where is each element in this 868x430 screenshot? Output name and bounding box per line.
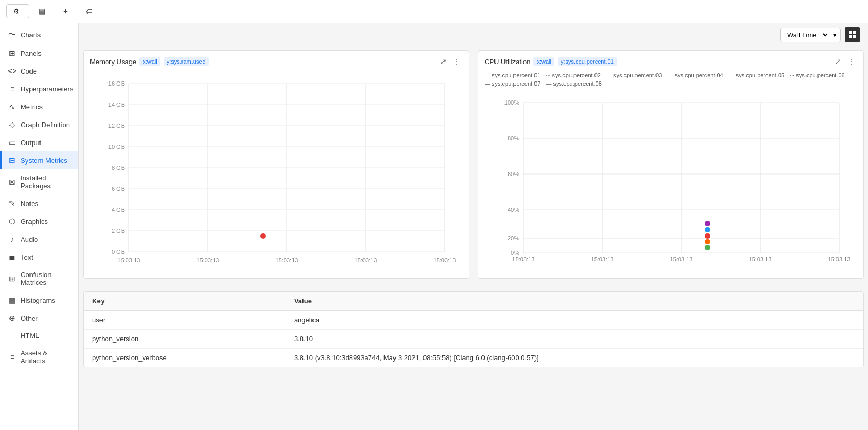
reproduce-icon: ⚙ xyxy=(13,7,19,15)
table-col-value: Value xyxy=(286,292,863,311)
svg-text:16 GB: 16 GB xyxy=(108,80,125,87)
legend-item-6: ··· sys.cpu.percent.06 xyxy=(790,72,845,78)
memory-usage-svg: 16 GB 14 GB 12 GB 10 GB 8 GB 6 GB 4 GB 2… xyxy=(88,74,465,274)
sidebar-item-label: Charts xyxy=(21,31,41,39)
svg-text:10 GB: 10 GB xyxy=(108,144,125,150)
sidebar-item-panels[interactable]: ⊞ Panels xyxy=(0,44,78,62)
xaxis-select[interactable]: Wall Time Step Epoch xyxy=(781,28,830,42)
tag-button[interactable]: 🏷 xyxy=(80,5,100,18)
sidebar-item-hyperparameters[interactable]: ≡ Hyperparameters xyxy=(0,80,78,98)
table-cell-value: 3.8.10 (v3.8.10:3d8993a744, May 3 2021, … xyxy=(286,349,863,367)
memory-usage-title: Memory Usage xyxy=(90,58,136,66)
cpu-utilization-menu-button[interactable]: ⋮ xyxy=(845,56,857,67)
xaxis-select-wrapper: Wall Time Step Epoch ▾ xyxy=(780,28,841,42)
svg-text:15:03:13: 15:03:13 xyxy=(118,257,140,263)
legend-item-8: — sys.cpu.percent.08 xyxy=(546,80,601,87)
cpu-utilization-body: 100% 80% 60% 40% 20% 0% xyxy=(478,89,863,276)
svg-text:12 GB: 12 GB xyxy=(108,122,125,129)
grid-layout-button[interactable] xyxy=(845,27,860,42)
svg-point-54 xyxy=(705,221,710,226)
installed-packages-icon: ⊠ xyxy=(8,178,16,186)
grid-icon xyxy=(849,31,856,38)
text-icon: ≣ xyxy=(8,253,16,261)
sidebar-item-assets-artifacts[interactable]: ≡ Assets & Artifacts xyxy=(0,344,78,370)
memory-usage-chart: Memory Usage x:wall y:sys.ram.used ⤢ ⋮ 1… xyxy=(83,50,469,279)
svg-text:4 GB: 4 GB xyxy=(112,207,125,213)
sidebar-item-notes[interactable]: ✎ Notes xyxy=(0,194,78,212)
svg-text:15:03:13: 15:03:13 xyxy=(355,257,377,263)
cpu-legend: — sys.cpu.percent.01 ··· sys.cpu.percent… xyxy=(478,70,863,89)
memory-usage-body: 16 GB 14 GB 12 GB 10 GB 8 GB 6 GB 4 GB 2… xyxy=(84,70,469,278)
svg-text:15:03:13: 15:03:13 xyxy=(749,256,772,262)
charts-grid: Memory Usage x:wall y:sys.ram.used ⤢ ⋮ 1… xyxy=(79,46,868,287)
sidebar-item-code[interactable]: <> Code xyxy=(0,62,78,80)
sidebar-item-text[interactable]: ≣ Text xyxy=(0,248,78,266)
sidebar-item-label: Output xyxy=(21,139,41,147)
svg-rect-0 xyxy=(849,31,852,34)
svg-text:15:03:13: 15:03:13 xyxy=(197,257,219,263)
tag-icon: 🏷 xyxy=(86,7,93,15)
svg-text:0%: 0% xyxy=(511,250,519,256)
legend-item-2: ··· sys.cpu.percent.02 xyxy=(546,72,601,78)
cpu-utilization-expand-button[interactable]: ⤢ xyxy=(833,56,843,67)
sidebar-item-label: Code xyxy=(21,67,37,75)
sidebar-item-system-metrics[interactable]: ⊟ System Metrics xyxy=(0,151,78,169)
sidebar-item-confusion-matrices[interactable]: ⊞ Confusion Matrices xyxy=(0,266,78,291)
reproduce-button[interactable]: ⚙ xyxy=(6,4,29,18)
move-button[interactable]: ✦ xyxy=(57,5,76,18)
sidebar-item-graphics[interactable]: ⬡ Graphics xyxy=(0,212,78,230)
svg-point-27 xyxy=(260,233,266,239)
sidebar-item-label: System Metrics xyxy=(21,157,67,165)
panels-icon: ⊞ xyxy=(8,49,16,57)
table-cell-key: python_version xyxy=(84,330,286,349)
svg-text:100%: 100% xyxy=(504,99,519,106)
svg-text:20%: 20% xyxy=(508,235,519,241)
svg-point-52 xyxy=(705,245,710,250)
table-row: python_version 3.8.10 xyxy=(84,330,863,349)
memory-usage-menu-button[interactable]: ⋮ xyxy=(451,56,462,67)
svg-text:40%: 40% xyxy=(508,207,519,213)
content-area: Wall Time Step Epoch ▾ Memory Usage x:wa… xyxy=(79,23,868,430)
sidebar-item-charts[interactable]: 〜 Charts xyxy=(0,25,78,44)
sidebar-item-other[interactable]: ⊕ Other xyxy=(0,309,78,327)
sidebar: 〜 Charts ⊞ Panels <> Code ≡ Hyperparamet… xyxy=(0,23,79,430)
sidebar-item-label: Hyperparameters xyxy=(21,85,73,93)
memory-usage-expand-button[interactable]: ⤢ xyxy=(438,56,449,67)
archive-icon: ▤ xyxy=(39,7,45,15)
system-metrics-icon: ⊟ xyxy=(8,156,16,165)
sidebar-item-installed-packages[interactable]: ⊠ Installed Packages xyxy=(0,169,78,194)
memory-usage-tag-y: y:sys.ram.used xyxy=(164,57,209,66)
sidebar-item-label: Graph Definition xyxy=(21,121,70,129)
charts-icon: 〜 xyxy=(8,30,16,39)
data-table: Key Value user angelica python_version 3… xyxy=(84,292,863,367)
legend-item-5: — sys.cpu.percent.05 xyxy=(729,72,784,78)
table-row: python_version_verbose 3.8.10 (v3.8.10:3… xyxy=(84,349,863,367)
sidebar-item-output[interactable]: ▭ Output xyxy=(0,134,78,151)
sidebar-item-label: Audio xyxy=(21,236,38,243)
sidebar-item-label: Histograms xyxy=(21,296,55,304)
sidebar-item-label: Other xyxy=(21,314,38,322)
archive-button[interactable]: ▤ xyxy=(34,5,53,18)
cpu-utilization-header: CPU Utilization x:wall y:sys.cpu.percent… xyxy=(478,51,863,70)
audio-icon: ♪ xyxy=(8,235,16,243)
sidebar-item-label: Panels xyxy=(21,49,42,57)
table-cell-value: 3.8.10 xyxy=(286,330,863,349)
svg-text:6 GB: 6 GB xyxy=(112,186,125,192)
sidebar-item-audio[interactable]: ♪ Audio xyxy=(0,230,78,248)
legend-item-7: — sys.cpu.percent.07 xyxy=(485,80,540,87)
table-cell-key: user xyxy=(84,311,286,330)
sidebar-item-label: HTML xyxy=(21,332,39,340)
sidebar-item-graph-definition[interactable]: ◇ Graph Definition xyxy=(0,116,78,134)
graph-definition-icon: ◇ xyxy=(8,120,16,129)
svg-text:15:03:13: 15:03:13 xyxy=(670,256,693,262)
legend-item-1: — sys.cpu.percent.01 xyxy=(485,72,540,78)
xaxis-dropdown-button[interactable]: ▾ xyxy=(830,29,840,41)
sidebar-item-histograms[interactable]: ▦ Histograms xyxy=(0,291,78,309)
code-icon: <> xyxy=(8,67,16,75)
sidebar-item-label: Text xyxy=(21,253,33,261)
sidebar-item-html[interactable]: HTML xyxy=(0,327,78,344)
cpu-utilization-title: CPU Utilization xyxy=(485,58,530,66)
sidebar-item-metrics[interactable]: ∿ Metrics xyxy=(0,98,78,116)
hyperparameters-icon: ≡ xyxy=(8,85,16,93)
table-header-row: Key Value xyxy=(84,292,863,311)
